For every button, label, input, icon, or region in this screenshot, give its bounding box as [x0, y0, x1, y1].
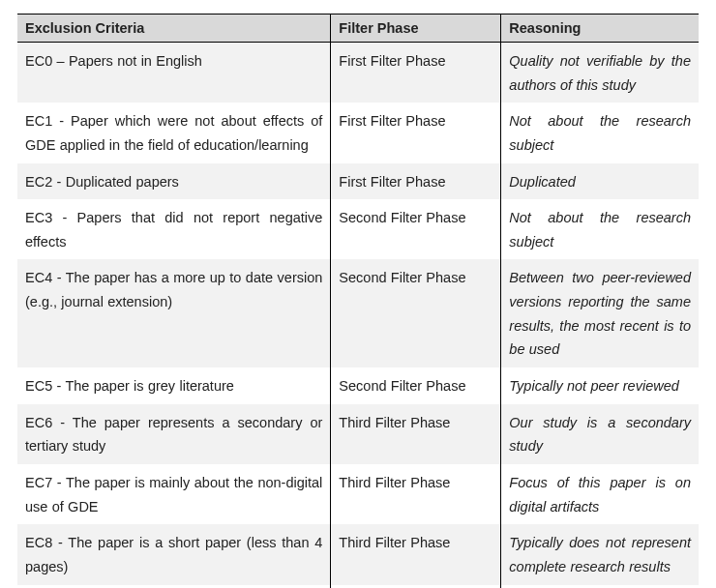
- cell-criteria: EC0 – Papers not in English: [17, 43, 331, 103]
- cell-phase: Second Filter Phase: [331, 368, 501, 404]
- cell-reason: Typically does not represent complete re…: [501, 524, 699, 584]
- cell-phase: Third Filter Phase: [331, 524, 501, 584]
- cell-reason: Duplicated: [501, 163, 699, 200]
- cell-phase: Third Filter Phase: [331, 404, 501, 464]
- table-row: EC1 - Paper which were not about effects…: [17, 103, 699, 162]
- table-row: EC5 - The paper is grey literature Secon…: [17, 368, 699, 404]
- header-filter-phase: Filter Phase: [331, 15, 501, 43]
- header-reasoning: Reasoning: [501, 15, 699, 43]
- cell-phase: Third Filter Phase: [331, 464, 501, 524]
- cell-reason: Quality not verifiable by the authors of…: [501, 43, 699, 103]
- cell-criteria: EC5 - The paper is grey literature: [17, 368, 331, 404]
- cell-criteria: EC1 - Paper which were not about effects…: [17, 103, 331, 162]
- cell-criteria: EC4 - The paper has a more up to date ve…: [17, 259, 331, 368]
- cell-reason: No means to access the paper: [501, 585, 699, 588]
- cell-reason: Not about the research subject: [501, 103, 699, 162]
- cell-reason: Between two peer-reviewed versions repor…: [501, 259, 699, 368]
- table-row: EC4 - The paper has a more up to date ve…: [17, 259, 699, 368]
- table-row: EC2 - Duplicated papers First Filter Pha…: [17, 163, 699, 200]
- cell-criteria: EC7 - The paper is mainly about the non-…: [17, 464, 331, 524]
- cell-criteria: EC9 - The paper was inaccessible to the …: [17, 585, 331, 588]
- table-row: EC6 - The paper represents a secondary o…: [17, 404, 699, 464]
- table-row: EC7 - The paper is mainly about the non-…: [17, 464, 699, 524]
- table-row: EC0 – Papers not in English First Filter…: [17, 43, 699, 103]
- cell-criteria: EC6 - The paper represents a secondary o…: [17, 404, 331, 464]
- cell-phase: First Filter Phase: [331, 103, 501, 162]
- table-row: EC9 - The paper was inaccessible to the …: [17, 585, 699, 588]
- cell-phase: First Filter Phase: [331, 43, 501, 103]
- cell-reason: Not about the research subject: [501, 199, 699, 259]
- header-exclusion-criteria: Exclusion Criteria: [17, 15, 331, 43]
- table-header-row: Exclusion Criteria Filter Phase Reasonin…: [17, 15, 699, 43]
- cell-reason: Typically not peer reviewed: [501, 368, 699, 404]
- cell-criteria: EC3 - Papers that did not report negativ…: [17, 199, 331, 259]
- cell-phase: Second Filter Phase: [331, 199, 501, 259]
- cell-phase: First Filter Phase: [331, 163, 501, 200]
- cell-criteria: EC2 - Duplicated papers: [17, 163, 331, 200]
- cell-phase: Third Filter Phase: [331, 585, 501, 588]
- cell-reason: Focus of this paper is on digital artifa…: [501, 464, 699, 524]
- exclusion-criteria-table: Exclusion Criteria Filter Phase Reasonin…: [17, 14, 699, 588]
- cell-phase: Second Filter Phase: [331, 259, 501, 368]
- table-row: EC3 - Papers that did not report negativ…: [17, 199, 699, 259]
- cell-reason: Our study is a secondary study: [501, 404, 699, 464]
- cell-criteria: EC8 - The paper is a short paper (less t…: [17, 524, 331, 584]
- table-row: EC8 - The paper is a short paper (less t…: [17, 524, 699, 584]
